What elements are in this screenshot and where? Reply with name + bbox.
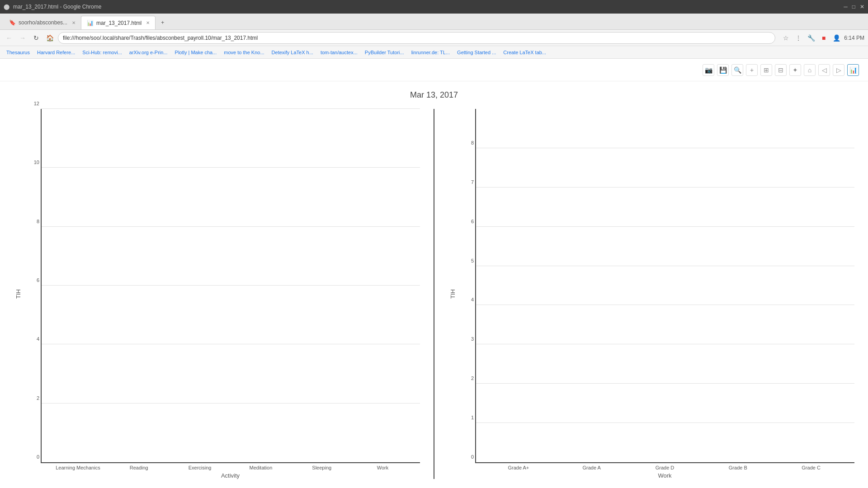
forward-tool[interactable]: ▷ (833, 64, 844, 76)
y-tick-label: 4 (37, 336, 39, 342)
bookmark-tomtan[interactable]: tom-tan/auctex... (318, 49, 360, 56)
y-tick-label: 12 (34, 101, 39, 106)
x-axis-label: Learning Mechanics (50, 465, 106, 470)
bars-container (476, 109, 854, 462)
tab-favicon: 🔖 (9, 19, 16, 26)
tab-favicon-active: 📊 (87, 20, 94, 26)
chart1-x-labels: Learning MechanicsReadingExercisingMedit… (41, 465, 420, 470)
bookmark-thesaurus[interactable]: Thesaurus (4, 49, 33, 56)
x-axis-label: Reading (111, 465, 167, 470)
extension-icon[interactable]: 🔧 (806, 33, 816, 43)
reload-button[interactable]: ↻ (31, 33, 42, 43)
bookmark-detexify[interactable]: Detexify LaTeX h... (269, 49, 316, 56)
add-tool[interactable]: + (746, 64, 758, 76)
back-button[interactable]: ← (4, 33, 14, 43)
y-tick-label: 0 (37, 454, 39, 460)
page-content: Mar 13, 2017 TIH 246810120 Learning Mech… (0, 81, 868, 488)
zoom-tool[interactable]: 🔍 (731, 64, 743, 76)
bookmark-kno[interactable]: move to the Kno... (221, 49, 267, 56)
y-tick-label: 7 (471, 179, 474, 185)
y-tick-label: 10 (34, 160, 39, 165)
tab-bar: 🔖 soorho/absconbes... ✕ 📊 mar_13_2017.ht… (0, 14, 868, 30)
chart2-y-label: TIH (448, 109, 457, 479)
x-axis-label: Grade C (777, 465, 845, 470)
tab-absconbes[interactable]: 🔖 soorho/absconbes... ✕ (4, 16, 81, 29)
bars-container (42, 109, 420, 462)
forward-button[interactable]: → (17, 33, 28, 43)
bookmark-linrunner[interactable]: linrunner.de: TL... (409, 49, 453, 56)
chart1-main: 246810120 Learning MechanicsReadingExerc… (23, 109, 420, 479)
x-axis-label: Grade A+ (484, 465, 553, 470)
chrome-icon: ⬤ (4, 4, 9, 10)
chart1-x-title: Activity (41, 472, 420, 479)
chart2-main: 123456780 Grade A+Grade AGrade DGrade BG… (457, 109, 854, 479)
bookmark-plotly[interactable]: Plotly | Make cha... (172, 49, 220, 56)
chart2-wrapper: TIH 123456780 Grade A+Grade AGrade DGrad… (448, 109, 854, 479)
plotly-toolbar: 📷 💾 🔍 + ⊞ ⊟ ✦ ⌂ ◁ ▷ 📊 (0, 59, 868, 81)
maximize-btn[interactable]: □ (852, 4, 855, 10)
account-icon[interactable]: 👤 (831, 33, 841, 43)
tab-new[interactable]: + (156, 16, 170, 29)
title-bar: ⬤ mar_13_2017.html - Google Chrome ─ □ ✕ (0, 0, 868, 14)
box-select-tool[interactable]: ⊞ (760, 64, 772, 76)
y-tick-label: 0 (471, 454, 474, 460)
y-tick-label: 6 (37, 277, 39, 283)
x-axis-label: Grade D (631, 465, 699, 470)
home-tool[interactable]: ⌂ (804, 64, 816, 76)
chart2-area: TIH 123456780 Grade A+Grade AGrade DGrad… (448, 109, 854, 479)
camera-tool[interactable]: 📷 (703, 64, 714, 76)
chart1-area: TIH 246810120 Learning MechanicsReadingE… (14, 109, 420, 479)
back-tool[interactable]: ◁ (818, 64, 830, 76)
x-axis-label: Work (354, 465, 411, 470)
y-tick-label: 3 (471, 336, 474, 342)
bookmark-pybuilder[interactable]: PyBuilder Tutori... (362, 49, 407, 56)
tab-new-label: + (161, 19, 164, 26)
chart1-wrapper: TIH 246810120 Learning MechanicsReadingE… (14, 109, 420, 479)
bookmarks-bar: Thesaurus Harvard Refere... Sci-Hub: rem… (0, 46, 868, 59)
minimize-btn[interactable]: ─ (844, 4, 848, 10)
address-bar[interactable]: file:///home/soo/.local/share/Trash/file… (58, 32, 775, 44)
title-text: mar_13_2017.html - Google Chrome (13, 4, 101, 10)
y-tick-label: 6 (471, 219, 474, 224)
x-axis-label: Grade B (703, 465, 772, 470)
charts-container: TIH 246810120 Learning MechanicsReadingE… (14, 109, 854, 479)
chart1-y-label: TIH (14, 109, 23, 479)
tab-close-active-btn[interactable]: ✕ (146, 20, 150, 25)
close-btn[interactable]: ✕ (860, 4, 864, 10)
chart-divider (434, 109, 434, 479)
page-title: Mar 13, 2017 (410, 90, 458, 100)
tab-mar13[interactable]: 📊 mar_13_2017.html ✕ (81, 16, 156, 29)
x-axis-label: Sleeping (293, 465, 350, 470)
chart2-x-labels: Grade A+Grade AGrade DGrade BGrade C (475, 465, 854, 470)
extension-red-icon[interactable]: ■ (819, 33, 829, 43)
home-button[interactable]: 🏠 (44, 33, 55, 43)
bookmark-getting-started[interactable]: Getting Started ... (454, 49, 499, 56)
save-tool[interactable]: 💾 (717, 64, 729, 76)
nav-bar: ← → ↻ 🏠 file:///home/soo/.local/share/Tr… (0, 30, 868, 46)
time-display: 6:14 PM (844, 35, 864, 41)
x-axis-label: Meditation (232, 465, 289, 470)
chart2-plot: 123456780 (475, 109, 854, 463)
y-tick-label: 2 (37, 395, 39, 401)
lasso-tool[interactable]: ⊟ (775, 64, 787, 76)
star-icon[interactable]: ☆ (781, 33, 791, 43)
bookmark-arxiv[interactable]: arXiv.org e-Prin... (127, 49, 170, 56)
y-tick-label: 5 (471, 258, 474, 263)
x-axis-label: Grade A (557, 465, 626, 470)
address-text: file:///home/soo/.local/share/Trash/file… (63, 35, 770, 41)
y-tick-label: 4 (471, 297, 474, 302)
settings-icon[interactable]: ⋮ (793, 33, 803, 43)
pan-tool[interactable]: ✦ (789, 64, 801, 76)
chart2-x-title: Work (475, 472, 854, 479)
chart-tool[interactable]: 📊 (847, 64, 859, 76)
chart1-plot: 246810120 (41, 109, 420, 463)
y-tick-label: 8 (471, 140, 474, 145)
x-axis-label: Exercising (172, 465, 228, 470)
y-tick-label: 8 (37, 219, 39, 224)
bookmark-create-latex[interactable]: Create LaTeX tab... (500, 49, 549, 56)
bookmark-harvard[interactable]: Harvard Refere... (34, 49, 78, 56)
tab-close-btn[interactable]: ✕ (72, 20, 75, 25)
y-tick-label: 1 (471, 415, 474, 420)
y-tick-label: 2 (471, 375, 474, 381)
bookmark-scihub[interactable]: Sci-Hub: removi... (80, 49, 124, 56)
